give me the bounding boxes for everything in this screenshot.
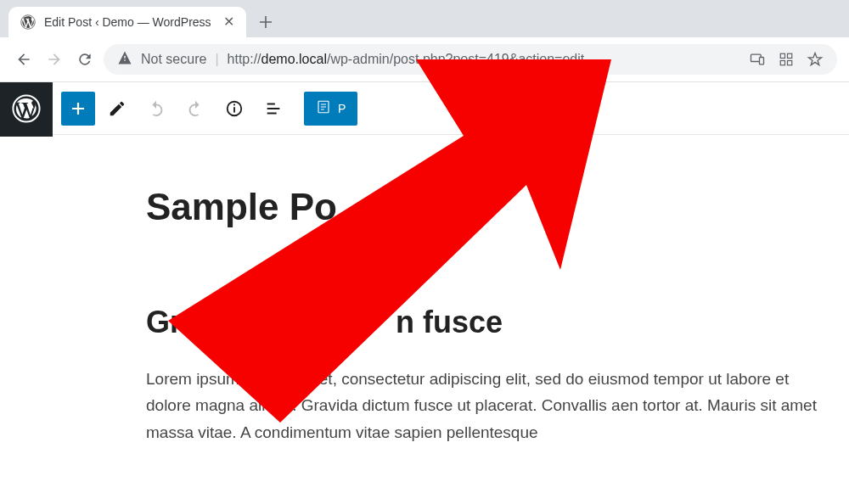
tab-bar: Edit Post ‹ Demo — WordPress ✕ [0,0,849,37]
post-heading2[interactable]: Gravid n fusce [146,305,832,340]
outline-button[interactable] [256,92,290,126]
svg-rect-10 [233,104,235,105]
wp-admin-sidebar[interactable] [0,82,53,137]
redo-button[interactable] [178,92,212,126]
browser-tab[interactable]: Edit Post ‹ Demo — WordPress ✕ [8,7,246,37]
undo-button[interactable] [139,92,173,126]
url-path: /wp-admin/post.php?post=419&action=edit [327,52,584,66]
svg-rect-3 [780,53,784,58]
post-body[interactable]: Lorem ipsum dolor s amet, consectetur ad… [146,366,832,445]
editor-area: P Sample Po Gravid n fusce Lorem ipsum d… [0,82,849,504]
security-label: Not secure [141,52,206,67]
divider: | [215,52,218,67]
wordpress-favicon [20,14,36,30]
editor-toolbar: P [53,82,849,135]
edit-mode-button[interactable] [100,92,134,126]
page-template-button[interactable]: P [304,92,357,126]
url-domain: demo.local [261,52,327,66]
svg-rect-4 [788,53,792,58]
bookmark-icon[interactable] [807,51,824,68]
editor-main: P Sample Po Gravid n fusce Lorem ipsum d… [53,82,849,504]
tab-title: Edit Post ‹ Demo — WordPress [44,15,211,29]
template-label: P [338,102,346,115]
new-tab-button[interactable] [253,9,278,35]
address-row: Not secure | http://demo.local/wp-admin/… [0,37,849,82]
svg-rect-6 [788,61,792,65]
back-button[interactable] [12,48,36,71]
wordpress-logo-icon[interactable] [12,94,41,126]
address-actions [749,51,824,68]
extensions-icon[interactable] [778,51,795,68]
post-title[interactable]: Sample Po [146,186,832,228]
close-icon[interactable]: ✕ [223,15,234,29]
add-block-button[interactable] [61,92,95,126]
forward-button[interactable] [42,48,66,71]
address-bar[interactable]: Not secure | http://demo.local/wp-admin/… [104,44,837,75]
heading2-post: n fusce [396,305,503,339]
svg-rect-2 [760,58,764,64]
svg-rect-5 [780,61,784,65]
reload-button[interactable] [73,48,97,71]
url-protocol: http:// [228,52,261,66]
svg-rect-9 [233,107,235,112]
browser-chrome: Edit Post ‹ Demo — WordPress ✕ Not secur… [0,0,849,82]
info-button[interactable] [217,92,251,126]
editor-content[interactable]: Sample Po Gravid n fusce Lorem ipsum dol… [53,135,849,504]
heading2-pre: Gravid [146,305,243,339]
url-text: http://demo.local/wp-admin/post.php?post… [228,52,585,67]
template-icon [316,99,331,117]
not-secure-icon [117,50,132,69]
devices-icon[interactable] [749,51,766,68]
